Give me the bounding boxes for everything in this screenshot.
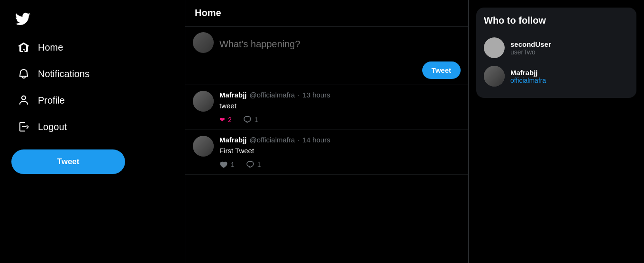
compose-actions: Tweet	[219, 61, 461, 79]
tweet-username-2: Mafrabjj	[219, 136, 247, 144]
compose-tweet-button[interactable]: Tweet	[422, 61, 461, 79]
like-button-2[interactable]: 1	[219, 160, 235, 169]
heart-icon-2	[219, 160, 228, 169]
tweet-content-1: tweet	[219, 101, 461, 111]
nav-profile[interactable]: Profile	[11, 87, 173, 114]
feed-title: Home	[195, 8, 221, 18]
main-feed: Home Tweet Mafrabjj @officialmafra · 13 …	[185, 0, 469, 263]
tweet-age-2: 14 hours	[303, 136, 330, 144]
left-sidebar: Home Notifications Profile Logout Tweet	[0, 0, 185, 263]
tweet-card-2[interactable]: Mafrabjj @officialmafra · 14 hours First…	[185, 130, 468, 175]
follow-item-1[interactable]: secondUser userTwo	[484, 34, 629, 62]
tweet-avatar-1	[193, 91, 214, 112]
comment-icon-2	[246, 160, 254, 169]
comment-count-2: 1	[257, 161, 261, 168]
follow-handle-1: userTwo	[510, 48, 629, 56]
follow-avatar-gray-1	[484, 37, 505, 58]
tweet-content-2: First Tweet	[219, 146, 461, 156]
nav-notifications-label: Notifications	[38, 69, 90, 79]
compose-avatar	[193, 32, 214, 53]
comment-count-1: 1	[254, 116, 258, 123]
tweet-meta-1: Mafrabjj @officialmafra · 13 hours	[219, 91, 461, 99]
twitter-logo[interactable]	[11, 8, 34, 30]
logout-icon	[17, 120, 30, 133]
heart-filled-icon: ❤	[219, 116, 225, 123]
follow-name-2: Mafrabjj	[510, 69, 629, 77]
follow-handle-2: officialmafra	[510, 77, 629, 84]
tweet-username-1: Mafrabjj	[219, 91, 247, 99]
nav-logout-label: Logout	[38, 122, 67, 132]
like-count-2: 1	[231, 161, 235, 168]
tweet-body-2: Mafrabjj @officialmafra · 14 hours First…	[219, 136, 461, 169]
follow-item-2[interactable]: Mafrabjj officialmafra	[484, 62, 629, 90]
comment-button-2[interactable]: 1	[246, 160, 261, 169]
nav-profile-label: Profile	[38, 95, 65, 106]
tweet-handle-1: @officialmafra	[250, 91, 295, 99]
tweet-meta-2: Mafrabjj @officialmafra · 14 hours	[219, 136, 461, 144]
tweet-handle-2: @officialmafra	[250, 136, 295, 144]
person-icon	[17, 94, 30, 107]
tweet-body-1: Mafrabjj @officialmafra · 13 hours tweet…	[219, 91, 461, 124]
follow-info-1: secondUser userTwo	[510, 40, 629, 56]
nav-notifications[interactable]: Notifications	[11, 61, 173, 87]
like-button-1[interactable]: ❤ 2	[219, 116, 232, 123]
tweet-age-1: 13 hours	[303, 91, 330, 99]
nav-logout[interactable]: Logout	[11, 114, 173, 140]
right-sidebar: Who to follow secondUser userTwo Mafrabj…	[469, 0, 644, 263]
compose-input[interactable]	[219, 32, 461, 56]
tweet-actions-2: 1 1	[219, 160, 461, 169]
who-to-follow-title: Who to follow	[484, 15, 629, 26]
compose-right: Tweet	[219, 32, 461, 79]
follow-avatar-2	[484, 66, 505, 87]
tweet-sep-2: ·	[298, 136, 299, 144]
tweet-time-1: ·	[298, 91, 299, 99]
bell-icon	[17, 67, 30, 80]
follow-avatar-1	[484, 37, 505, 58]
like-count-1: 2	[228, 116, 232, 123]
compose-area: Tweet	[185, 26, 468, 85]
nav-home[interactable]: Home	[11, 34, 173, 61]
tweet-avatar-2	[193, 136, 214, 157]
tweet-actions-1: ❤ 2 1	[219, 115, 461, 124]
home-icon	[17, 41, 30, 54]
who-to-follow-panel: Who to follow secondUser userTwo Mafrabj…	[476, 8, 636, 98]
feed-header: Home	[185, 0, 468, 26]
tweet-card-1[interactable]: Mafrabjj @officialmafra · 13 hours tweet…	[185, 85, 468, 130]
nav-home-label: Home	[38, 42, 63, 53]
follow-info-2: Mafrabjj officialmafra	[510, 69, 629, 84]
follow-name-1: secondUser	[510, 40, 629, 48]
tweet-button[interactable]: Tweet	[11, 149, 125, 174]
comment-icon-1	[243, 115, 252, 124]
comment-button-1[interactable]: 1	[243, 115, 258, 124]
follow-avatar-img-2	[484, 66, 505, 87]
